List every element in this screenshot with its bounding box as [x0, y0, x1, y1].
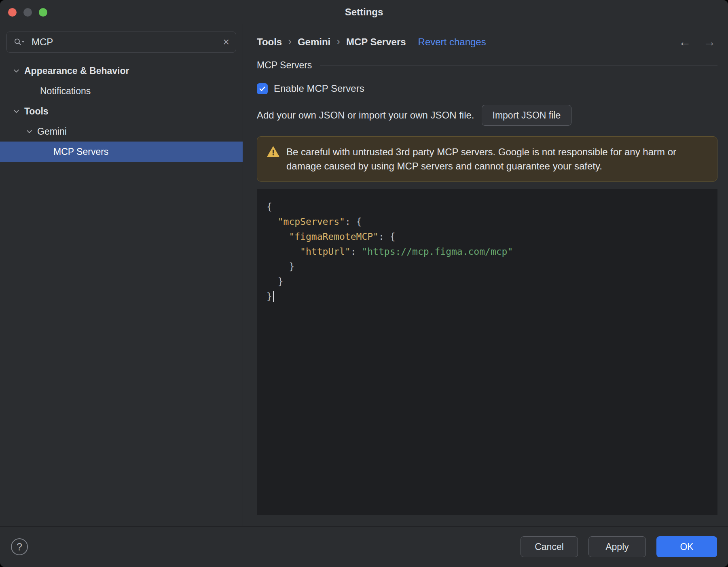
breadcrumb-item-gemini[interactable]: Gemini: [298, 36, 330, 48]
code-line: "mcpServers": {: [267, 214, 709, 229]
sidebar-item-tools[interactable]: Tools: [0, 101, 243, 121]
sidebar-item-label: Appearance & Behavior: [24, 66, 129, 76]
revert-changes-link[interactable]: Revert changes: [418, 36, 486, 48]
breadcrumb-separator-icon: ›: [288, 35, 292, 49]
search-icon[interactable]: [13, 37, 26, 47]
sidebar-item-label: Notifications: [40, 86, 91, 97]
settings-tree: Appearance & Behavior Notifications Tool…: [0, 61, 243, 162]
import-description: Add your own JSON or import your own JSO…: [257, 110, 474, 121]
section-title: MCP Servers: [257, 60, 312, 71]
window-title: Settings: [345, 6, 383, 18]
code-line: "httpUrl": "https://mcp.figma.com/mcp": [267, 244, 709, 259]
code-line: }: [267, 289, 709, 304]
settings-main-pane: Tools › Gemini › MCP Servers Revert chan…: [243, 24, 728, 526]
back-arrow-icon[interactable]: ←: [679, 35, 691, 49]
question-mark-icon: ?: [17, 541, 22, 553]
warning-banner: Be careful with untrusted 3rd party MCP …: [257, 136, 717, 182]
ok-button[interactable]: OK: [656, 536, 717, 557]
title-bar: Settings: [0, 0, 728, 24]
sidebar-item-appearance-behavior[interactable]: Appearance & Behavior: [0, 61, 243, 81]
history-navigation: ← →: [679, 33, 716, 51]
sidebar-item-label: Tools: [24, 106, 49, 117]
breadcrumb-item-mcp-servers: MCP Servers: [346, 36, 406, 48]
import-row: Add your own JSON or import your own JSO…: [257, 105, 717, 126]
forward-arrow-icon[interactable]: →: [703, 35, 716, 49]
chevron-down-icon[interactable]: [25, 127, 34, 136]
apply-button[interactable]: Apply: [588, 536, 646, 557]
text-cursor: [273, 291, 274, 302]
breadcrumb: Tools › Gemini › MCP Servers Revert chan…: [257, 33, 717, 51]
enable-mcp-label: Enable MCP Servers: [274, 83, 364, 94]
enable-mcp-row: Enable MCP Servers: [257, 83, 717, 94]
code-line: }: [267, 259, 709, 274]
dialog-footer: ? Cancel Apply OK: [0, 526, 728, 567]
close-window-button[interactable]: [8, 8, 17, 17]
settings-window: Settings × Appearance & Behavior N: [0, 0, 728, 567]
sidebar-item-mcp-servers[interactable]: MCP Servers: [0, 142, 243, 162]
chevron-down-icon[interactable]: [12, 107, 21, 116]
enable-mcp-checkbox[interactable]: [257, 83, 268, 94]
code-line: "figmaRemoteMCP": {: [267, 229, 709, 244]
minimize-window-button[interactable]: [23, 8, 32, 17]
mcp-json-editor[interactable]: { "mcpServers": { "figmaRemoteMCP": { "h…: [257, 189, 717, 515]
sidebar-item-gemini[interactable]: Gemini: [0, 121, 243, 142]
section-divider: [320, 65, 717, 66]
sidebar-item-label: MCP Servers: [53, 146, 108, 157]
warning-triangle-icon: [267, 146, 279, 157]
sidebar-item-notifications[interactable]: Notifications: [0, 81, 243, 101]
section-header: MCP Servers: [257, 60, 717, 71]
sidebar-item-label: Gemini: [37, 126, 67, 137]
content-area: × Appearance & Behavior Notifications To…: [0, 24, 728, 526]
warning-text: Be careful with untrusted 3rd party MCP …: [286, 145, 707, 173]
cancel-button[interactable]: Cancel: [521, 536, 578, 557]
chevron-down-icon[interactable]: [12, 67, 21, 75]
help-button[interactable]: ?: [11, 538, 28, 555]
zoom-window-button[interactable]: [39, 8, 47, 17]
import-json-button[interactable]: Import JSON file: [482, 105, 572, 126]
window-controls: [8, 0, 47, 24]
breadcrumb-separator-icon: ›: [336, 35, 340, 49]
search-options-chevron-icon: [22, 41, 24, 43]
clear-search-icon[interactable]: ×: [223, 37, 229, 48]
search-field[interactable]: ×: [6, 32, 236, 53]
code-line: {: [267, 199, 709, 214]
code-line: }: [267, 274, 709, 289]
settings-sidebar: × Appearance & Behavior Notifications To…: [0, 24, 243, 526]
breadcrumb-item-tools[interactable]: Tools: [257, 36, 282, 48]
search-input[interactable]: [31, 36, 218, 48]
checkmark-icon: [258, 85, 267, 93]
